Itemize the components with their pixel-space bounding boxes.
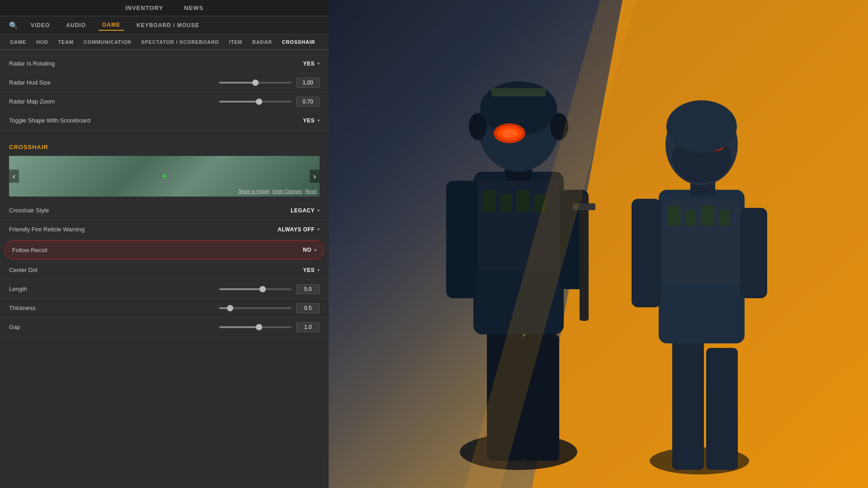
setting-value-toggle-shape[interactable]: YES ▾ [303, 117, 320, 124]
setting-gap: Gap 1.0 [0, 318, 329, 337]
slider-input-length[interactable]: 5.0 [296, 284, 320, 294]
tab-audio[interactable]: AUDIO [62, 20, 90, 30]
slider-length[interactable]: 5.0 [219, 284, 320, 294]
crosshair-nav-left-button[interactable]: ‹ [9, 170, 19, 183]
slider-input-radar-hud-size[interactable]: 1.00 [296, 78, 320, 88]
setting-label-center-dot: Center Dot [9, 267, 303, 273]
slider-thumb-radar-map-zoom[interactable] [256, 99, 262, 105]
svg-point-41 [666, 100, 737, 153]
subtab-item[interactable]: ITEM [226, 38, 245, 47]
setting-radar-is-rotating: Radar Is Rotating YES ▾ [0, 54, 329, 73]
settings-panel: INVENTORY NEWS 🔍 VIDEO AUDIO GAME KEYBOA… [0, 0, 329, 488]
crosshair-section-header: Crosshair [0, 137, 329, 154]
svg-rect-21 [491, 88, 546, 96]
crosshair-symbol: + [162, 172, 167, 181]
setting-value-radar-rotating[interactable]: YES ▾ [303, 61, 320, 67]
setting-thickness: Thickness 0.5 [0, 299, 329, 318]
chevron-down-icon: ▾ [317, 267, 320, 272]
svg-rect-11 [580, 194, 589, 321]
slider-radar-hud-size[interactable]: 1.00 [219, 78, 320, 88]
setting-length: Length 5.0 [0, 280, 329, 299]
slider-thumb-radar-hud-size[interactable] [252, 80, 259, 86]
crosshair-actions-bar: Share or Import Undo Changes Reset [238, 189, 317, 194]
dropdown-value-radar-rotating: YES [303, 61, 315, 67]
svg-rect-42 [668, 206, 680, 226]
dropdown-value-friendly-fire: ALWAYS OFF [278, 226, 315, 233]
subtab-communication[interactable]: COMMUNICATION [81, 38, 134, 47]
subtab-game[interactable]: GAME [7, 38, 29, 47]
chevron-down-icon: ▾ [317, 61, 320, 66]
svg-rect-44 [702, 206, 714, 226]
nav-item-news[interactable]: NEWS [180, 3, 207, 13]
setting-label-length: Length [9, 286, 219, 292]
sub-tabs-bar: GAME HUD TEAM COMMUNICATION SPECTATOR / … [0, 35, 329, 50]
slider-input-gap[interactable]: 1.0 [296, 322, 320, 332]
chevron-down-icon: ▾ [317, 118, 320, 123]
crosshair-nav-right-button[interactable]: › [310, 170, 320, 183]
setting-radar-hud-size: Radar Hud Size 1.00 [0, 73, 329, 92]
slider-fill-gap [219, 326, 259, 328]
setting-label-radar-rotating: Radar Is Rotating [9, 60, 303, 67]
slider-track-thickness[interactable] [219, 307, 292, 309]
setting-label-thickness: Thickness [9, 305, 219, 311]
subtab-hud[interactable]: HUD [33, 38, 51, 47]
svg-rect-43 [686, 210, 696, 226]
setting-label-friendly-fire: Friendly Fire Reticle Warning [9, 226, 278, 233]
subtab-team[interactable]: TEAM [55, 38, 76, 47]
crosshair-preview: ‹ + › Share or Import Undo Changes Reset [9, 156, 320, 197]
undo-changes-button[interactable]: Undo Changes [272, 189, 302, 194]
tab-keyboard-mouse[interactable]: KEYBOARD / MOUSE [133, 20, 203, 30]
top-nav: INVENTORY NEWS [0, 0, 329, 16]
setting-label-radar-hud-size: Radar Hud Size [9, 79, 219, 86]
slider-fill-radar-hud-size [219, 82, 255, 84]
subtab-crosshair[interactable]: CROSSHAIR [279, 38, 318, 47]
slider-track-length[interactable] [219, 288, 292, 290]
setting-value-crosshair-style[interactable]: LEGACY ▾ [291, 207, 320, 214]
slider-input-radar-map-zoom[interactable]: 0.70 [296, 97, 320, 107]
svg-rect-45 [720, 210, 730, 226]
svg-rect-23 [500, 194, 512, 212]
dropdown-value-follow-recoil: NO [303, 247, 311, 253]
search-icon[interactable]: 🔍 [9, 21, 18, 30]
hero-background [329, 0, 868, 488]
slider-thumb-length[interactable] [259, 286, 266, 292]
setting-value-center-dot[interactable]: YES ▾ [303, 267, 320, 273]
crosshair-preview-background: ‹ + › Share or Import Undo Changes Reset [9, 156, 320, 197]
slider-gap[interactable]: 1.0 [219, 322, 320, 332]
slider-thumb-gap[interactable] [256, 324, 262, 330]
setting-label-crosshair-style: Crosshair Style [9, 207, 291, 214]
svg-rect-31 [632, 199, 661, 307]
reset-button[interactable]: Reset [305, 189, 317, 194]
subtab-radar[interactable]: RADAR [250, 38, 275, 47]
setting-label-gap: Gap [9, 324, 219, 330]
nav-item-inventory[interactable]: INVENTORY [122, 3, 167, 13]
setting-toggle-shape: Toggle Shape With Scoreboard YES ▾ [0, 111, 329, 130]
svg-point-19 [469, 113, 487, 140]
svg-rect-27 [672, 339, 704, 470]
slider-track-gap[interactable] [219, 326, 292, 328]
share-import-button[interactable]: Share or Import [238, 189, 269, 194]
slider-fill-radar-map-zoom [219, 101, 259, 103]
settings-content: Radar Is Rotating YES ▾ Radar Hud Size 1… [0, 50, 329, 488]
dropdown-value-crosshair-style: LEGACY [291, 207, 315, 214]
setting-value-follow-recoil[interactable]: NO ▾ [303, 247, 316, 253]
chevron-down-icon: ▾ [314, 248, 316, 253]
dropdown-value-center-dot: YES [303, 267, 315, 273]
slider-thickness[interactable]: 0.5 [219, 303, 320, 313]
slider-thumb-thickness[interactable] [227, 305, 233, 311]
svg-rect-24 [516, 190, 530, 212]
svg-rect-28 [706, 348, 738, 470]
svg-rect-9 [446, 181, 478, 298]
settings-tabs-bar: 🔍 VIDEO AUDIO GAME KEYBOARD / MOUSE [0, 16, 329, 35]
setting-label-follow-recoil: Follow Recoil [12, 247, 303, 253]
slider-radar-map-zoom[interactable]: 0.70 [219, 97, 320, 107]
tab-game[interactable]: GAME [99, 20, 124, 31]
setting-crosshair-style: Crosshair Style LEGACY ▾ [0, 201, 329, 220]
slider-input-thickness[interactable]: 0.5 [296, 303, 320, 313]
tab-video[interactable]: VIDEO [27, 20, 53, 30]
subtab-spectator-scoreboard[interactable]: SPECTATOR / SCOREBOARD [138, 38, 222, 47]
slider-track-radar-hud-size[interactable] [219, 82, 292, 84]
dropdown-value-toggle-shape: YES [303, 117, 315, 124]
slider-track-radar-map-zoom[interactable] [219, 101, 292, 103]
setting-value-friendly-fire[interactable]: ALWAYS OFF ▾ [278, 226, 320, 233]
